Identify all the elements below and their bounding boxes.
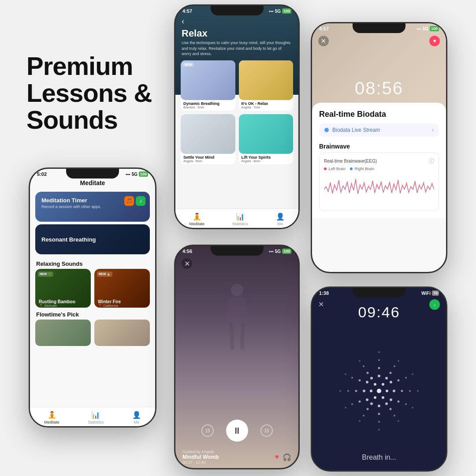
lesson1-sub: Brandon · 5min xyxy=(181,106,235,111)
lighthouse-bg xyxy=(239,60,294,100)
biodata-bg-image: 4:57 ▪▪▪ 5G 100 ✕ ♥ 08:56 xyxy=(312,23,446,112)
info-icon[interactable]: ⓘ xyxy=(429,157,434,165)
lesson3-sub: Angela · 9min xyxy=(181,160,235,164)
svg-point-35 xyxy=(398,379,400,382)
svg-point-45 xyxy=(378,359,380,361)
svg-point-57 xyxy=(378,351,380,353)
heart-icon[interactable]: ♥ xyxy=(429,36,440,46)
lesson-card-4[interactable]: Lift Your Spirits Angela · 8min xyxy=(239,114,294,164)
lesson2-title: It's OK - Relax xyxy=(239,100,294,106)
stream-label: Biodata Live Stream xyxy=(332,127,380,133)
fire-sublabel: 📍 California xyxy=(98,304,118,308)
player-track-info: Guided by Angela Mindful Womb 00:27 · 12… xyxy=(182,450,219,465)
phone-meditate-screen: 5:02 ▪▪▪ 5G 100 Meditate Meditation Time… xyxy=(30,169,155,426)
phone3-time: 4:56 xyxy=(182,249,192,254)
pick-card-2[interactable] xyxy=(94,320,150,346)
svg-point-50 xyxy=(398,420,399,422)
phone-meditate: 5:02 ▪▪▪ 5G 100 Meditate Meditation Time… xyxy=(29,167,156,428)
bamboo-sublabel: 📍 Sichuan xyxy=(39,304,57,308)
svg-point-41 xyxy=(351,403,353,405)
phone2-bottom-tabs: 🧘 Meditate 📊 Statistics 👤 Me xyxy=(175,208,298,228)
sound-card-fire[interactable]: NEW 🔥 Winter Fire 📍 California xyxy=(94,269,150,308)
breath-close-btn[interactable]: ✕ xyxy=(318,300,324,309)
pick-bg-2 xyxy=(94,320,150,346)
picks-section-title: Flowtime's Pick xyxy=(30,308,155,320)
stream-dot xyxy=(324,128,329,132)
biodata-stream-row[interactable]: Biodata Live Stream › xyxy=(319,123,439,137)
svg-point-43 xyxy=(351,377,353,379)
back-button[interactable]: ‹ xyxy=(182,17,292,25)
lesson-card-3[interactable]: Settle Your Mind Angela · 9min xyxy=(181,114,235,164)
picks-grid xyxy=(30,320,155,346)
meditation-timer-card[interactable]: Meditation Timer Record a session with o… xyxy=(35,192,150,222)
phone2-tab-me[interactable]: 👤 Me xyxy=(276,212,285,226)
player-controls: 15 ⏸ 15 xyxy=(175,420,298,442)
svg-point-33 xyxy=(378,367,380,369)
guided-by: Guided by Angela xyxy=(182,450,219,454)
svg-point-7 xyxy=(382,396,384,399)
sound-card-bamboo[interactable]: NEW 🌿 Rustling Bamboo 📍 Sichuan xyxy=(35,269,91,308)
meditate-header: Meditate xyxy=(30,178,155,189)
svg-point-40 xyxy=(363,415,364,416)
tab-statistics[interactable]: 📊 Statistics xyxy=(88,411,104,424)
svg-point-22 xyxy=(385,377,388,379)
brainwave-header: Real-time Brainwave(EEG) ⓘ xyxy=(324,157,434,165)
resonant-breathing-card[interactable]: Resonant Breathing xyxy=(35,224,150,254)
status-icons: ▪▪▪ 5G 100 xyxy=(126,171,148,177)
wifi-icon: WiFi xyxy=(421,291,431,296)
player-action-icons: ♥ 🎧 xyxy=(275,453,292,461)
breath-svg xyxy=(335,347,423,435)
svg-point-18 xyxy=(363,390,365,392)
phone2-meditate-icon: 🧘 xyxy=(193,212,201,221)
lesson4-title: Lift Your Spirits xyxy=(239,154,294,160)
svg-point-44 xyxy=(363,365,364,367)
lesson-card-1[interactable]: NEW Dynamic Breathing Brandon · 5min xyxy=(181,60,235,111)
headphones-btn[interactable]: 🎧 xyxy=(283,453,291,461)
bottom-tabs: 🧘 Meditate 📊 Statistics 👤 Me xyxy=(30,407,155,426)
svg-point-9 xyxy=(370,390,372,392)
brainwave-title: Brainwave xyxy=(319,143,439,150)
player-figure xyxy=(219,281,255,352)
lesson-card-2-img xyxy=(239,60,294,100)
phone4-notch xyxy=(353,23,405,33)
lesson3-title: Settle Your Mind xyxy=(181,154,235,160)
tab-meditate[interactable]: 🧘 Meditate xyxy=(44,411,60,424)
phone-player: 4:56 ▪▪▪ 5G 100 ✕ 15 xyxy=(174,245,300,469)
svg-point-30 xyxy=(355,390,357,392)
signal-icon: ▪▪▪ xyxy=(126,172,130,177)
svg-point-49 xyxy=(412,407,413,409)
app-icon-spotify: ♪ xyxy=(136,196,145,206)
spotify-icon[interactable]: ♪ xyxy=(429,299,440,310)
lesson-card-2[interactable]: It's OK - Relax Angela · 7min xyxy=(239,60,294,111)
player-close-btn[interactable]: ✕ xyxy=(182,258,192,269)
phone2-tab-stats[interactable]: 📊 Statistics xyxy=(232,212,248,226)
phone2-battery: 100 xyxy=(282,8,291,14)
svg-point-39 xyxy=(378,421,380,423)
svg-point-47 xyxy=(405,377,407,379)
svg-point-56 xyxy=(359,360,361,362)
svg-point-51 xyxy=(378,429,380,431)
status-time: 5:02 xyxy=(37,171,47,177)
svg-point-27 xyxy=(378,413,380,415)
phone3-notch xyxy=(211,246,264,256)
phone-player-screen: 4:56 ▪▪▪ 5G 100 ✕ 15 xyxy=(175,246,298,468)
tab-me[interactable]: 👤 Me xyxy=(132,411,141,424)
svg-point-55 xyxy=(345,373,346,375)
svg-point-36 xyxy=(409,390,411,392)
svg-point-53 xyxy=(345,407,346,409)
heart-btn[interactable]: ♥ xyxy=(275,453,279,461)
resonant-title: Resonant Breathing xyxy=(41,236,96,243)
pause-btn[interactable]: ⏸ xyxy=(226,420,248,442)
svg-point-37 xyxy=(405,403,407,405)
headline-section: Premium Lessons & Sounds xyxy=(26,53,159,134)
phone2-tab-meditate[interactable]: 🧘 Meditate xyxy=(189,212,205,226)
timer-app-icons: 🎵 ♪ xyxy=(124,196,145,206)
biodata-panel-title: Real-time Biodata xyxy=(319,110,439,119)
phone3-status-icons: ▪▪▪ 5G 100 xyxy=(269,249,291,254)
svg-point-29 xyxy=(359,401,361,403)
biodata-close-btn[interactable]: ✕ xyxy=(318,36,329,46)
forward-btn[interactable]: 15 xyxy=(259,423,275,439)
right-brain-dot xyxy=(350,167,353,170)
rewind-btn[interactable]: 15 xyxy=(200,423,216,439)
pick-card-1[interactable] xyxy=(35,320,91,346)
